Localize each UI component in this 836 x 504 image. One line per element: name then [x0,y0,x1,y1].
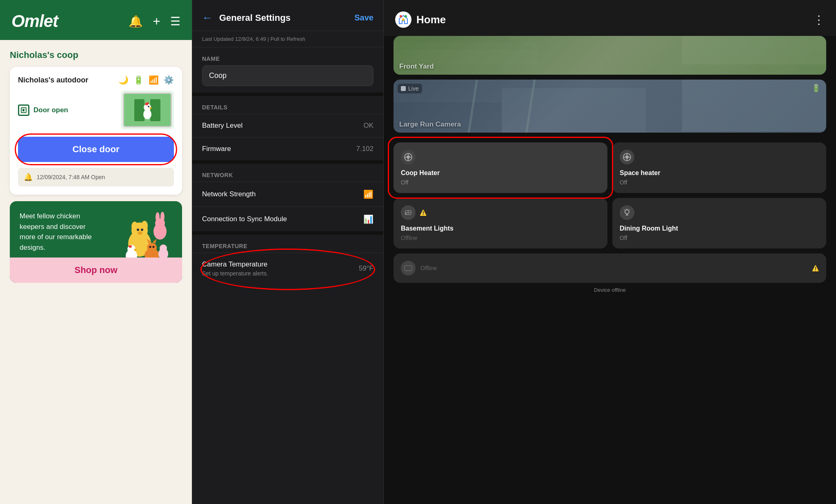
autodoor-title: Nicholas's autodoor [18,76,88,84]
details-section-label: Details [192,96,383,114]
svg-point-17 [138,231,142,235]
svg-point-51 [408,154,409,155]
menu-icon[interactable]: ☰ [170,15,180,28]
settings-nav: ← General Settings [202,11,291,24]
svg-point-35 [405,15,407,18]
space-heater-name: Space heater [620,169,819,177]
home-title: Home [416,13,446,26]
temperature-section: Camera Temperature Set up temperature al… [192,253,383,284]
google-home-logo [395,11,411,28]
battery-value: OK [363,122,374,130]
name-input[interactable] [202,65,374,86]
settings-title: General Settings [219,13,291,23]
svg-marker-29 [153,239,157,244]
svg-line-70 [629,209,630,210]
sync-module-label: Connection to Sync Module [202,215,287,223]
offline-warning-icon: ⚠️ [812,265,819,271]
svg-point-36 [402,18,405,21]
svg-point-27 [147,243,157,253]
wifi-icon: 📶 [149,75,159,85]
device-offline-label: Device offline [394,283,826,297]
space-heater-status: Off [620,179,819,186]
camera-temp-value: 59°F [359,264,374,273]
header-icons: 🔔 + ☰ [129,14,180,29]
sync-module-row: Connection to Sync Module 📊 [192,206,383,231]
large-run-camera[interactable]: Live 🔋 Large Run Camera [394,80,826,133]
promo-card: Meet fellow chicken keepers and discover… [10,201,182,283]
svg-rect-4 [150,99,160,121]
dining-room-icon [620,205,634,220]
svg-line-69 [624,209,625,210]
section-divider-3 [192,231,383,235]
close-door-button[interactable]: Close door [18,137,174,162]
notification-text: 12/09/2024, 7:48 AM Open [37,174,105,180]
door-status-row: Door open [18,91,174,129]
moon-icon: 🌙 [118,75,129,85]
settings-header: ← General Settings Save [192,0,383,31]
add-icon[interactable]: + [153,14,160,29]
wifi-signal-icon: 📶 [363,189,374,199]
promo-animals [107,211,172,264]
dining-room-name: Dining Room Light [620,225,819,232]
temperature-section-label: Temperature [192,235,383,253]
camera-temp-row: Camera Temperature Set up temperature al… [192,253,383,284]
basement-lights-name: Basement Lights [401,225,600,232]
chicken-image [121,91,174,129]
svg-point-57 [627,154,628,155]
front-yard-camera[interactable]: Front Yard [394,36,826,75]
autodoor-header: Nicholas's autodoor 🌙 🔋 📶 ⚙️ [18,75,174,85]
firmware-label: Firmware [202,145,231,153]
svg-point-20 [156,212,160,222]
svg-point-34 [400,15,402,18]
basement-lights-icon [401,205,416,220]
coop-heater-status: Off [401,179,600,186]
gear-icon[interactable]: ⚙️ [164,75,174,85]
coop-heater-name: Coop Heater [401,169,600,177]
omlet-content: Nicholas's coop Nicholas's autodoor 🌙 🔋 … [0,40,192,504]
offline-device-icon [401,261,416,275]
omlet-panel: Omlet 🔔 + ☰ Nicholas's coop Nicholas's a… [0,0,192,504]
coop-title: Nicholas's coop [10,50,182,60]
offline-device-left: Offline [401,261,437,275]
coop-heater-icon [401,150,416,164]
chicken-door-visual [123,93,172,127]
svg-rect-3 [134,99,145,121]
door-status: Door open [18,104,68,116]
svg-rect-1 [22,109,24,111]
name-field-container [192,65,383,93]
autodoor-card: Nicholas's autodoor 🌙 🔋 📶 ⚙️ Door open [10,67,182,195]
autodoor-icon-row: 🌙 🔋 📶 ⚙️ [118,75,174,85]
bell-icon[interactable]: 🔔 [129,15,143,28]
svg-rect-44 [394,102,502,133]
offline-device-section: Offline ⚠️ Device offline [384,253,836,297]
signal-strength-icon: 📊 [363,214,374,224]
space-heater-icon-row [620,150,819,164]
name-section-label: Name [192,47,383,65]
home-header: Home ⋮ [384,0,836,36]
svg-point-50 [407,155,410,159]
svg-point-24 [129,245,132,248]
home-menu-button[interactable]: ⋮ [813,13,825,27]
basement-lights-card[interactable]: ⚠️ Basement Lights Offline [394,198,607,249]
svg-point-54 [410,157,411,158]
svg-point-21 [160,212,165,222]
svg-point-52 [408,159,409,160]
notification-bar: 🔔 12/09/2024, 7:48 AM Open [18,168,174,187]
offline-device-card[interactable]: Offline ⚠️ [394,253,826,283]
network-section-label: Network [192,164,383,182]
coop-heater-icon-row [401,150,600,164]
svg-point-31 [153,246,155,248]
dining-room-light-card[interactable]: Dining Room Light Off [612,198,826,249]
space-heater-icon [620,150,634,164]
shop-now-button[interactable]: Shop now [10,258,182,283]
dining-room-status: Off [620,235,819,241]
svg-point-33 [160,244,167,252]
network-strength-label: Network Strength [202,190,256,198]
svg-rect-71 [405,266,412,271]
back-button[interactable]: ← [202,11,213,24]
svg-point-10 [147,102,149,104]
svg-point-60 [629,157,630,158]
space-heater-card[interactable]: Space heater Off [612,142,826,193]
save-button[interactable]: Save [354,13,374,22]
coop-heater-card[interactable]: Coop Heater Off [394,142,607,193]
